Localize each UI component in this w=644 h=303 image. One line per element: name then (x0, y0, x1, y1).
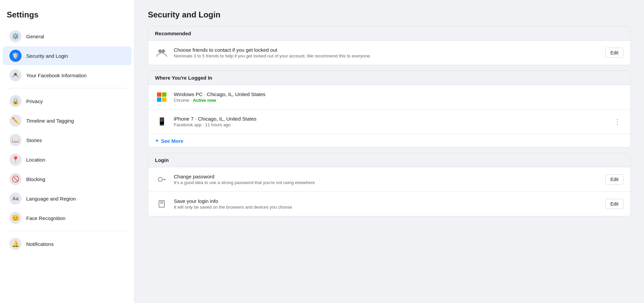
trusted-contacts-subtitle: Nominate 3 to 5 friends to help if you g… (174, 53, 600, 58)
iphone7-row: 📱 iPhone 7 · Chicago, IL, United States … (148, 110, 630, 134)
security-icon: 🛡️ (9, 50, 22, 62)
sidebar-item-security[interactable]: 🛡️ Security and Login (3, 46, 131, 65)
iphone7-more-button[interactable]: ⋮ (611, 116, 623, 127)
chevron-down-icon: ▼ (155, 138, 159, 143)
sidebar-title: Settings (0, 7, 134, 26)
sidebar-item-label-face: Face Recognition (26, 215, 66, 221)
divider-top (7, 88, 127, 88)
sidebar-item-label-general: General (26, 34, 44, 39)
trusted-contacts-row: Choose friends to contact if you get loc… (148, 41, 630, 65)
location-icon: 📍 (9, 154, 22, 166)
sidebar-item-facebook-info[interactable]: Your Facebook Information (3, 66, 131, 85)
see-more-button[interactable]: ▼ See More (155, 138, 184, 144)
phone-icon: 📱 (155, 115, 168, 128)
sidebar-item-face-recognition[interactable]: 😊 Face Recognition (3, 209, 131, 227)
timeline-icon: ✏️ (9, 115, 22, 127)
see-more-row: ▼ See More (148, 134, 630, 147)
windows-pc-content: Windows PC · Chicago, IL, United States … (174, 91, 623, 103)
login-card: Login Change password It's a good idea t… (148, 153, 631, 216)
sidebar-item-label-location: Location (26, 157, 45, 163)
trusted-contacts-edit-button[interactable]: Edit (605, 48, 623, 58)
blocking-icon: 🚫 (9, 173, 22, 185)
iphone7-content: iPhone 7 · Chicago, IL, United States Fa… (174, 116, 606, 127)
page-title: Security and Login (148, 10, 631, 19)
change-password-edit-button[interactable]: Edit (605, 174, 623, 184)
sidebar-item-label-security: Security and Login (26, 53, 68, 59)
sidebar-item-privacy[interactable]: 🔒 Privacy (3, 92, 131, 111)
main-content: Security and Login Recommended Choose fr… (134, 0, 644, 303)
privacy-icon: 🔒 (9, 95, 22, 107)
sidebar-item-label-facebook-info: Your Facebook Information (26, 73, 87, 78)
recommended-header: Recommended (148, 27, 630, 41)
sidebar-item-location[interactable]: 📍 Location (3, 150, 131, 169)
windows-pc-subtitle: Chrome · Active now (174, 98, 623, 103)
app-layout: Settings ⚙️ General 🛡️ Security and Logi… (0, 0, 644, 303)
save-login-subtitle: It will only be saved on the browsers an… (174, 205, 600, 210)
see-more-label: See More (161, 138, 184, 144)
logged-in-card: Where You're Logged In Windows PC · Chic… (148, 71, 631, 147)
sidebar-item-timeline-tagging[interactable]: ✏️ Timeline and Tagging (3, 111, 131, 130)
sidebar-item-label-timeline: Timeline and Tagging (26, 118, 74, 124)
facebook-info-icon (9, 69, 22, 81)
active-now-badge: Active now (193, 98, 216, 103)
svg-rect-5 (160, 202, 163, 202)
trusted-contacts-content: Choose friends to contact if you get loc… (174, 47, 600, 58)
svg-point-3 (158, 177, 162, 181)
sidebar-item-language[interactable]: Aa Language and Region (3, 189, 131, 208)
change-password-title: Change password (174, 174, 600, 179)
change-password-subtitle: It's a good idea to use a strong passwor… (174, 180, 600, 185)
save-login-row: Save your login info It will only be sav… (148, 192, 630, 216)
general-icon: ⚙️ (9, 30, 22, 42)
iphone7-subtitle: Facebook app · 11 hours ago (174, 122, 606, 127)
login-header: Login (148, 153, 630, 167)
iphone7-title: iPhone 7 · Chicago, IL, United States (174, 116, 606, 122)
face-recognition-icon: 😊 (9, 212, 22, 224)
key-icon (155, 173, 168, 186)
sidebar-item-label-blocking: Blocking (26, 176, 45, 182)
sidebar-item-label-privacy: Privacy (26, 98, 43, 104)
windows-pc-title: Windows PC · Chicago, IL, United States (174, 91, 623, 97)
logged-in-header: Where You're Logged In (148, 71, 630, 85)
change-password-row: Change password It's a good idea to use … (148, 167, 630, 192)
windows-pc-subtitle-prefix: Chrome · (174, 98, 193, 103)
recommended-card: Recommended Choose friends to contact if… (148, 26, 631, 65)
bookmark-icon (155, 197, 168, 211)
sidebar-item-general[interactable]: ⚙️ General (3, 27, 131, 46)
change-password-content: Change password It's a good idea to use … (174, 174, 600, 185)
trusted-contacts-icon (155, 46, 168, 59)
sidebar-item-notifications[interactable]: 🔔 Notifications (3, 234, 131, 253)
sidebar: Settings ⚙️ General 🛡️ Security and Logi… (0, 0, 134, 303)
save-login-edit-button[interactable]: Edit (605, 199, 623, 209)
sidebar-item-blocking[interactable]: 🚫 Blocking (3, 170, 131, 188)
save-login-content: Save your login info It will only be sav… (174, 198, 600, 210)
sidebar-item-label-language: Language and Region (26, 196, 76, 202)
sidebar-item-label-notifications: Notifications (26, 241, 54, 247)
windows-icon (155, 90, 168, 104)
sidebar-item-label-stories: Stories (26, 137, 42, 143)
windows-pc-row: Windows PC · Chicago, IL, United States … (148, 85, 630, 110)
svg-point-2 (162, 49, 165, 53)
language-icon: Aa (9, 192, 22, 205)
svg-point-1 (158, 49, 162, 53)
save-login-title: Save your login info (174, 198, 600, 204)
divider-bottom (7, 231, 127, 231)
svg-rect-6 (160, 203, 163, 204)
trusted-contacts-title: Choose friends to contact if you get loc… (174, 47, 600, 53)
stories-icon: 📖 (9, 134, 22, 146)
notifications-icon: 🔔 (9, 238, 22, 250)
sidebar-item-stories[interactable]: 📖 Stories (3, 131, 131, 149)
